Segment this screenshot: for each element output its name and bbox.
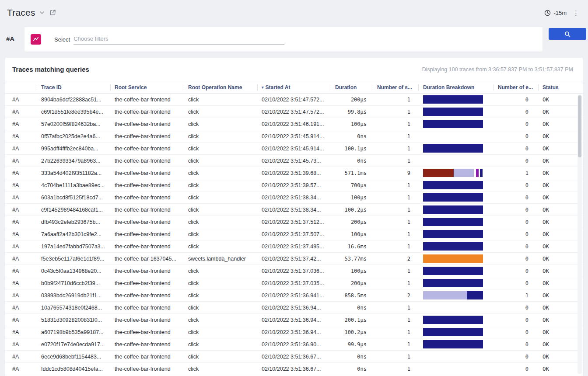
table-row[interactable]: #A 10a765574318e0f2468... the-coffee-bar… bbox=[5, 302, 583, 314]
row-duration-breakdown bbox=[418, 291, 494, 299]
column-header-root-service[interactable]: Root Service bbox=[110, 81, 184, 93]
duration-bar bbox=[423, 316, 483, 324]
row-duration-breakdown bbox=[418, 218, 494, 226]
row-started-at: 02/10/2022 3:51:37.036... bbox=[257, 268, 331, 274]
row-span-count: 1 bbox=[373, 146, 418, 152]
share-icon[interactable] bbox=[49, 9, 56, 16]
duration-bar bbox=[423, 328, 483, 336]
row-error-count: 0 bbox=[494, 146, 538, 152]
row-query-key: #A bbox=[5, 329, 37, 335]
table-row[interactable]: #A 0f57afbc2025de2e4a6... the-coffee-bar… bbox=[5, 130, 583, 143]
table-row[interactable]: #A 57e0200f59f824632ba... the-coffee-bar… bbox=[5, 118, 583, 130]
row-span-count: 1 bbox=[373, 244, 418, 250]
scrollbar-thumb[interactable] bbox=[578, 95, 581, 157]
traces-card: Traces matching queries Displaying 100 t… bbox=[5, 58, 583, 376]
row-root-operation: click bbox=[184, 121, 257, 127]
row-error-count: 0 bbox=[494, 195, 538, 201]
table-row[interactable]: #A 4c704be1111a3bae89ec... the-coffee-ba… bbox=[5, 179, 583, 191]
table-row[interactable]: #A dfb493c2efeb293675b... the-coffee-bar… bbox=[5, 216, 583, 228]
table-row[interactable]: #A 51831d30928200831f0... the-coffee-bar… bbox=[5, 314, 583, 326]
column-header-number-of-errors[interactable]: Number of e... bbox=[494, 81, 538, 93]
table-row[interactable]: #A c69f1d551fe8ee395b4e... the-coffee-ba… bbox=[5, 106, 583, 118]
table-row[interactable]: #A 0c43c5f0aa134968e20... the-coffee-bar… bbox=[5, 265, 583, 277]
table-row[interactable]: #A 8904ba6dcf22888ac51... the-coffee-bar… bbox=[5, 94, 583, 106]
time-range-control[interactable]: -15m bbox=[544, 10, 567, 16]
row-span-count: 1 bbox=[373, 280, 418, 286]
row-duration-breakdown bbox=[418, 303, 494, 312]
filter-area: #A Select bbox=[0, 27, 588, 52]
row-duration: 99.9μs bbox=[331, 341, 373, 348]
column-header-number-of-spans[interactable]: Number of s... bbox=[373, 81, 418, 93]
row-query-key: #A bbox=[5, 366, 37, 372]
table-row[interactable]: #A 995adff4fffb2ec840ba... the-coffee-ba… bbox=[5, 143, 583, 155]
row-root-operation: click bbox=[184, 292, 257, 299]
row-duration-breakdown bbox=[418, 328, 494, 336]
table-row[interactable]: #A e0720f17e74e0ecda917... the-coffee-ba… bbox=[5, 338, 583, 351]
table-row[interactable]: #A a607198b9b535a99187... the-coffee-bar… bbox=[5, 326, 583, 338]
kebab-menu-icon[interactable]: ⋮ bbox=[571, 10, 581, 16]
row-root-operation: click bbox=[184, 146, 257, 152]
row-started-at: 02/10/2022 3:51:46.191... bbox=[257, 121, 331, 127]
scrollbar-track[interactable] bbox=[578, 94, 582, 374]
table-row[interactable]: #A 197a14ed7fabbd7507a3... the-coffee-ba… bbox=[5, 240, 583, 253]
query-icon[interactable] bbox=[31, 34, 41, 45]
row-query-key: #A bbox=[5, 121, 37, 127]
column-header-duration[interactable]: Duration bbox=[331, 81, 373, 93]
row-root-operation: click bbox=[184, 219, 257, 225]
row-trace-id: dfb493c2efeb293675b... bbox=[37, 219, 110, 225]
duration-bar bbox=[423, 218, 483, 226]
row-error-count: 0 bbox=[494, 366, 538, 372]
table-row[interactable]: #A c9f1452989484168caf1... the-coffee-ba… bbox=[5, 204, 583, 216]
table-row[interactable]: #A 333a54d402f9351182a... the-coffee-bar… bbox=[5, 167, 583, 179]
row-trace-id: 6ece9d68bebf1154483... bbox=[37, 354, 110, 360]
search-button[interactable] bbox=[549, 28, 586, 40]
column-header-root-operation[interactable]: Root Operation Name bbox=[184, 81, 257, 93]
row-root-operation: sweets.lambda_handler bbox=[184, 256, 257, 262]
row-started-at: 02/10/2022 3:51:37.507... bbox=[257, 231, 331, 237]
search-icon bbox=[564, 31, 570, 37]
row-query-key: #A bbox=[5, 268, 37, 274]
row-duration: 0ns bbox=[331, 354, 373, 360]
row-span-count: 2 bbox=[373, 256, 418, 262]
duration-bar bbox=[423, 157, 483, 165]
table-row[interactable]: #A b0b9f24710d6ccb2f39... the-coffee-bar… bbox=[5, 277, 583, 289]
row-status: OK bbox=[538, 231, 583, 237]
row-root-operation: click bbox=[184, 317, 257, 323]
row-duration: 100.1μs bbox=[331, 146, 373, 152]
row-query-key: #A bbox=[5, 195, 37, 201]
row-started-at: 02/10/2022 3:51:36.94... bbox=[257, 305, 331, 311]
table-row[interactable]: #A 7a6aaff2a42b301c9fe2... the-coffee-ba… bbox=[5, 228, 583, 240]
column-header-status[interactable]: Status bbox=[538, 81, 583, 93]
chevron-down-icon[interactable] bbox=[39, 10, 45, 16]
column-header-query bbox=[5, 81, 37, 93]
duration-bar bbox=[423, 254, 483, 263]
table-row[interactable]: #A fddc1cd5808d40415efa... the-coffee-ba… bbox=[5, 363, 583, 375]
row-root-service: the-coffee-bar-frontend bbox=[110, 146, 184, 152]
row-trace-id: 03893bdc26919db21f1... bbox=[37, 292, 110, 299]
row-root-service: the-coffee-bar-frontend bbox=[110, 109, 184, 115]
table-row[interactable]: #A 03893bdc26919db21f1... the-coffee-bar… bbox=[5, 289, 583, 302]
row-span-count: 1 bbox=[373, 207, 418, 213]
column-header-duration-breakdown[interactable]: Duration Breakdown bbox=[418, 81, 494, 93]
row-duration: 100μs bbox=[331, 231, 373, 237]
table-row[interactable]: #A 27b2263933479a8963... the-coffee-bar-… bbox=[5, 155, 583, 167]
row-root-operation: click bbox=[184, 97, 257, 103]
row-status: OK bbox=[538, 292, 583, 299]
row-root-service: the-coffee-bar-1637045... bbox=[110, 256, 184, 262]
column-header-started-at[interactable]: ▾ Started At bbox=[257, 81, 331, 93]
row-status: OK bbox=[538, 329, 583, 335]
row-error-count: 0 bbox=[494, 354, 538, 360]
row-status: OK bbox=[538, 317, 583, 323]
table-row[interactable]: #A 603a1bcd8f5125f18cd7... the-coffee-ba… bbox=[5, 191, 583, 204]
row-root-operation: click bbox=[184, 133, 257, 139]
row-root-service: the-coffee-bar-frontend bbox=[110, 244, 184, 250]
filter-input[interactable] bbox=[74, 35, 284, 42]
duration-bar bbox=[423, 120, 483, 128]
row-span-count: 1 bbox=[373, 366, 418, 372]
row-error-count: 0 bbox=[494, 341, 538, 348]
table-row[interactable]: #A f5e3eb5e117af6e1c1f89... the-coffee-b… bbox=[5, 253, 583, 265]
table-row[interactable]: #A 6ece9d68bebf1154483... the-coffee-bar… bbox=[5, 351, 583, 363]
column-header-trace-id[interactable]: Trace ID bbox=[37, 81, 110, 93]
row-status: OK bbox=[538, 194, 583, 201]
row-trace-id: b0b9f24710d6ccb2f39... bbox=[37, 280, 110, 286]
